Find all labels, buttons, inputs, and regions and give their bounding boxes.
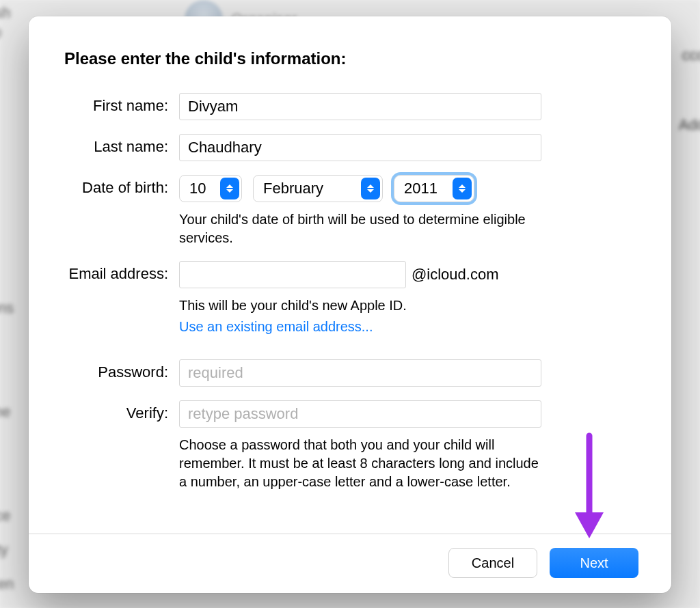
password-hint: Choose a password that both you and your… [179, 436, 541, 491]
row-email: Email address: @icloud.com This will be … [62, 261, 638, 335]
first-name-label: First name: [62, 93, 179, 115]
dialog-title: Please enter the child's information: [64, 49, 638, 68]
last-name-label: Last name: [62, 134, 179, 156]
email-suffix: @icloud.com [412, 266, 499, 284]
bg-sidebar-text: ush [0, 4, 10, 22]
dob-day-value: 10 [189, 180, 216, 197]
row-verify: Verify: Choose a password that both you … [62, 400, 638, 491]
row-last-name: Last name: [62, 134, 638, 161]
dob-label: Date of birth: [62, 175, 179, 197]
bg-sidebar-text: ime [0, 403, 10, 421]
row-first-name: First name: [62, 93, 638, 120]
stepper-control-icon[interactable] [453, 178, 472, 199]
stepper-control-icon[interactable] [361, 178, 380, 199]
button-bar: Cancel Next [29, 534, 671, 593]
row-password: Password: [62, 359, 638, 387]
bg-sidebar-text: nce [0, 507, 10, 525]
dob-year-value: 2011 [404, 180, 448, 197]
dob-month-value: February [263, 180, 357, 197]
bg-sidebar-text: ility [0, 541, 8, 559]
bg-right-text: Add I [679, 116, 700, 134]
email-label: Email address: [62, 261, 179, 283]
form-area: First name: Last name: Date of birth: 10 [62, 93, 638, 534]
password-label: Password: [62, 359, 179, 381]
next-button[interactable]: Next [550, 548, 638, 578]
bg-sidebar-text: ions [0, 299, 14, 317]
first-name-input[interactable] [179, 93, 541, 120]
email-input[interactable] [179, 261, 406, 288]
verify-input[interactable] [179, 400, 541, 428]
verify-label: Verify: [62, 400, 179, 422]
email-hint: This will be your child's new Apple ID. [179, 296, 541, 315]
bg-sidebar-text: ID [0, 25, 1, 42]
stepper-control-icon[interactable] [220, 178, 239, 199]
dob-day-stepper[interactable]: 10 [179, 175, 242, 202]
use-existing-email-link[interactable]: Use an existing email address... [179, 319, 373, 335]
dob-month-stepper[interactable]: February [253, 175, 383, 202]
row-dob: Date of birth: 10 February 2011 [62, 175, 638, 247]
bg-right-text: ccou [682, 46, 700, 64]
child-info-dialog: Please enter the child's information: Fi… [29, 16, 671, 593]
last-name-input[interactable] [179, 134, 541, 161]
bg-sidebar-text: Cen [0, 575, 14, 593]
cancel-button[interactable]: Cancel [448, 548, 537, 578]
password-input[interactable] [179, 359, 541, 387]
dob-year-stepper[interactable]: 2011 [394, 175, 474, 202]
dob-hint: Your child's date of birth will be used … [179, 210, 541, 247]
